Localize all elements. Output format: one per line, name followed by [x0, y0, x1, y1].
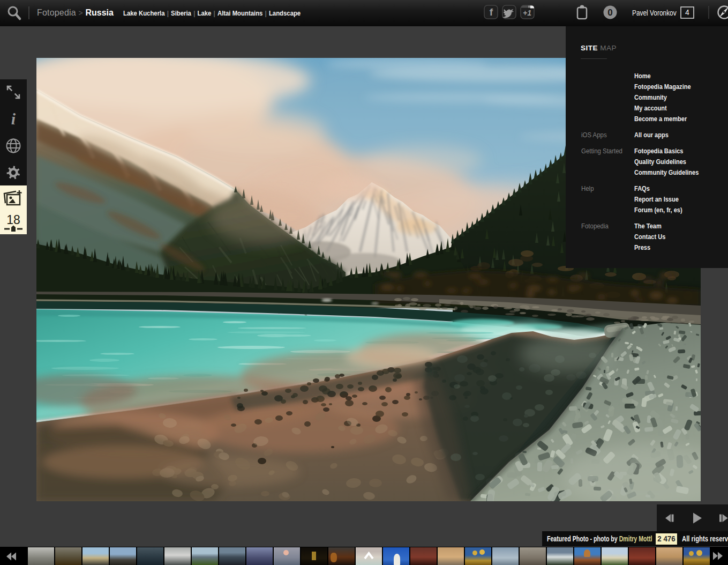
svg-text:4: 4: [685, 8, 689, 17]
svg-text:f: f: [490, 6, 493, 18]
svg-text:i: i: [11, 110, 16, 128]
svg-text:+1: +1: [523, 9, 531, 17]
svg-text:0: 0: [607, 8, 612, 18]
